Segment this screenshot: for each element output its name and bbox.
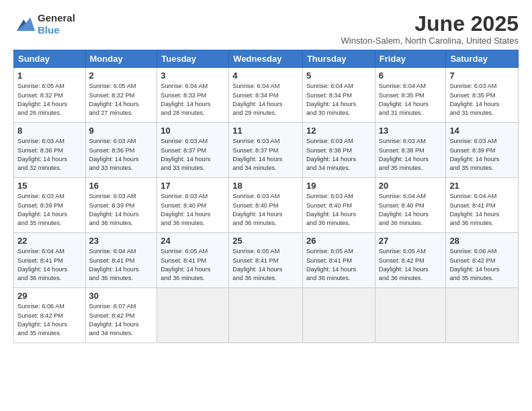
day-info: Sunrise: 6:03 AMSunset: 8:38 PMDaylight:… bbox=[379, 137, 443, 173]
logo-general: General bbox=[38, 12, 75, 24]
calendar-cell: 4Sunrise: 6:04 AMSunset: 8:34 PMDaylight… bbox=[229, 68, 303, 123]
calendar-cell: 13Sunrise: 6:03 AMSunset: 8:38 PMDayligh… bbox=[375, 123, 446, 178]
day-info: Sunrise: 6:05 AMSunset: 8:41 PMDaylight:… bbox=[306, 247, 371, 283]
calendar-cell: 8Sunrise: 6:03 AMSunset: 8:36 PMDaylight… bbox=[14, 123, 86, 178]
day-number: 25 bbox=[232, 236, 299, 246]
day-number: 28 bbox=[449, 236, 515, 246]
location: Winston-Salem, North Carolina, United St… bbox=[341, 36, 519, 46]
day-number: 9 bbox=[89, 126, 154, 136]
day-number: 22 bbox=[17, 236, 82, 246]
calendar-cell: 6Sunrise: 6:04 AMSunset: 8:35 PMDaylight… bbox=[375, 68, 446, 123]
day-number: 5 bbox=[306, 71, 371, 81]
day-number: 30 bbox=[89, 291, 154, 301]
calendar-cell: 12Sunrise: 6:03 AMSunset: 8:38 PMDayligh… bbox=[302, 123, 375, 178]
day-number: 1 bbox=[17, 71, 82, 81]
day-info: Sunrise: 6:03 AMSunset: 8:36 PMDaylight:… bbox=[17, 137, 82, 173]
day-number: 3 bbox=[161, 71, 225, 81]
calendar-cell: 3Sunrise: 6:04 AMSunset: 8:33 PMDaylight… bbox=[157, 68, 229, 123]
day-info: Sunrise: 6:03 AMSunset: 8:40 PMDaylight:… bbox=[232, 192, 299, 228]
day-number: 14 bbox=[449, 126, 515, 136]
day-number: 11 bbox=[232, 126, 299, 136]
day-number: 18 bbox=[232, 181, 299, 191]
calendar-cell: 9Sunrise: 6:03 AMSunset: 8:36 PMDaylight… bbox=[85, 123, 157, 178]
week-row-1: 1Sunrise: 6:05 AMSunset: 8:32 PMDaylight… bbox=[14, 68, 519, 123]
day-info: Sunrise: 6:06 AMSunset: 8:42 PMDaylight:… bbox=[449, 247, 515, 283]
calendar-cell: 10Sunrise: 6:03 AMSunset: 8:37 PMDayligh… bbox=[157, 123, 229, 178]
day-info: Sunrise: 6:03 AMSunset: 8:38 PMDaylight:… bbox=[306, 137, 371, 173]
day-info: Sunrise: 6:05 AMSunset: 8:41 PMDaylight:… bbox=[161, 247, 225, 283]
calendar-cell: 17Sunrise: 6:03 AMSunset: 8:40 PMDayligh… bbox=[157, 178, 229, 233]
calendar-cell bbox=[302, 288, 375, 343]
day-info: Sunrise: 6:04 AMSunset: 8:34 PMDaylight:… bbox=[306, 82, 371, 118]
col-header-monday: Monday bbox=[85, 50, 157, 68]
header: General Blue June 2025 Winston-Salem, No… bbox=[13, 12, 519, 46]
day-number: 7 bbox=[449, 71, 515, 81]
month-title: June 2025 bbox=[341, 12, 519, 36]
col-header-friday: Friday bbox=[375, 50, 446, 68]
day-number: 19 bbox=[306, 181, 371, 191]
calendar-cell: 11Sunrise: 6:03 AMSunset: 8:37 PMDayligh… bbox=[229, 123, 303, 178]
day-info: Sunrise: 6:04 AMSunset: 8:34 PMDaylight:… bbox=[232, 82, 299, 118]
calendar-cell: 2Sunrise: 6:05 AMSunset: 8:32 PMDaylight… bbox=[85, 68, 157, 123]
logo-blue: Blue bbox=[38, 24, 60, 36]
week-row-3: 15Sunrise: 6:03 AMSunset: 8:39 PMDayligh… bbox=[14, 178, 519, 233]
day-info: Sunrise: 6:05 AMSunset: 8:32 PMDaylight:… bbox=[89, 82, 154, 118]
day-number: 6 bbox=[379, 71, 443, 81]
title-area: June 2025 Winston-Salem, North Carolina,… bbox=[341, 12, 519, 46]
calendar-table: SundayMondayTuesdayWednesdayThursdayFrid… bbox=[13, 50, 519, 343]
day-number: 16 bbox=[89, 181, 154, 191]
day-number: 15 bbox=[17, 181, 82, 191]
day-info: Sunrise: 6:05 AMSunset: 8:42 PMDaylight:… bbox=[379, 247, 443, 283]
col-header-thursday: Thursday bbox=[302, 50, 375, 68]
day-info: Sunrise: 6:03 AMSunset: 8:37 PMDaylight:… bbox=[161, 137, 225, 173]
calendar-cell: 1Sunrise: 6:05 AMSunset: 8:32 PMDaylight… bbox=[14, 68, 86, 123]
calendar-cell: 20Sunrise: 6:04 AMSunset: 8:40 PMDayligh… bbox=[375, 178, 446, 233]
day-info: Sunrise: 6:04 AMSunset: 8:35 PMDaylight:… bbox=[379, 82, 443, 118]
day-info: Sunrise: 6:03 AMSunset: 8:37 PMDaylight:… bbox=[232, 137, 299, 173]
day-number: 8 bbox=[17, 126, 82, 136]
day-number: 24 bbox=[161, 236, 225, 246]
week-row-4: 22Sunrise: 6:04 AMSunset: 8:41 PMDayligh… bbox=[14, 233, 519, 288]
col-header-sunday: Sunday bbox=[14, 50, 86, 68]
day-info: Sunrise: 6:03 AMSunset: 8:39 PMDaylight:… bbox=[89, 192, 154, 228]
day-info: Sunrise: 6:03 AMSunset: 8:40 PMDaylight:… bbox=[306, 192, 371, 228]
day-info: Sunrise: 6:06 AMSunset: 8:42 PMDaylight:… bbox=[17, 302, 82, 338]
calendar-cell: 16Sunrise: 6:03 AMSunset: 8:39 PMDayligh… bbox=[85, 178, 157, 233]
day-number: 2 bbox=[89, 71, 154, 81]
calendar-cell: 21Sunrise: 6:04 AMSunset: 8:41 PMDayligh… bbox=[446, 178, 519, 233]
day-info: Sunrise: 6:03 AMSunset: 8:35 PMDaylight:… bbox=[449, 82, 515, 118]
calendar-cell: 22Sunrise: 6:04 AMSunset: 8:41 PMDayligh… bbox=[14, 233, 86, 288]
day-info: Sunrise: 6:04 AMSunset: 8:33 PMDaylight:… bbox=[161, 82, 225, 118]
day-number: 29 bbox=[17, 291, 82, 301]
calendar-cell: 7Sunrise: 6:03 AMSunset: 8:35 PMDaylight… bbox=[446, 68, 519, 123]
day-number: 20 bbox=[379, 181, 443, 191]
col-header-saturday: Saturday bbox=[446, 50, 519, 68]
calendar-cell: 25Sunrise: 6:05 AMSunset: 8:41 PMDayligh… bbox=[229, 233, 303, 288]
day-info: Sunrise: 6:03 AMSunset: 8:40 PMDaylight:… bbox=[161, 192, 225, 228]
week-row-2: 8Sunrise: 6:03 AMSunset: 8:36 PMDaylight… bbox=[14, 123, 519, 178]
col-header-wednesday: Wednesday bbox=[229, 50, 303, 68]
day-info: Sunrise: 6:05 AMSunset: 8:41 PMDaylight:… bbox=[232, 247, 299, 283]
day-info: Sunrise: 6:03 AMSunset: 8:39 PMDaylight:… bbox=[449, 137, 515, 173]
calendar-cell bbox=[157, 288, 229, 343]
day-info: Sunrise: 6:04 AMSunset: 8:41 PMDaylight:… bbox=[89, 247, 154, 283]
day-info: Sunrise: 6:07 AMSunset: 8:42 PMDaylight:… bbox=[89, 302, 154, 338]
day-info: Sunrise: 6:04 AMSunset: 8:41 PMDaylight:… bbox=[449, 192, 515, 228]
calendar-cell: 15Sunrise: 6:03 AMSunset: 8:39 PMDayligh… bbox=[14, 178, 86, 233]
calendar-cell: 19Sunrise: 6:03 AMSunset: 8:40 PMDayligh… bbox=[302, 178, 375, 233]
calendar-cell: 18Sunrise: 6:03 AMSunset: 8:40 PMDayligh… bbox=[229, 178, 303, 233]
calendar-cell: 28Sunrise: 6:06 AMSunset: 8:42 PMDayligh… bbox=[446, 233, 519, 288]
logo: General Blue bbox=[13, 12, 75, 36]
day-info: Sunrise: 6:05 AMSunset: 8:32 PMDaylight:… bbox=[17, 82, 82, 118]
day-number: 26 bbox=[306, 236, 371, 246]
calendar-cell bbox=[446, 288, 519, 343]
day-number: 23 bbox=[89, 236, 154, 246]
day-info: Sunrise: 6:03 AMSunset: 8:36 PMDaylight:… bbox=[89, 137, 154, 173]
day-info: Sunrise: 6:04 AMSunset: 8:41 PMDaylight:… bbox=[17, 247, 82, 283]
day-number: 12 bbox=[306, 126, 371, 136]
day-number: 27 bbox=[379, 236, 443, 246]
calendar-cell: 5Sunrise: 6:04 AMSunset: 8:34 PMDaylight… bbox=[302, 68, 375, 123]
calendar-cell: 26Sunrise: 6:05 AMSunset: 8:41 PMDayligh… bbox=[302, 233, 375, 288]
calendar-cell: 27Sunrise: 6:05 AMSunset: 8:42 PMDayligh… bbox=[375, 233, 446, 288]
day-number: 4 bbox=[232, 71, 299, 81]
